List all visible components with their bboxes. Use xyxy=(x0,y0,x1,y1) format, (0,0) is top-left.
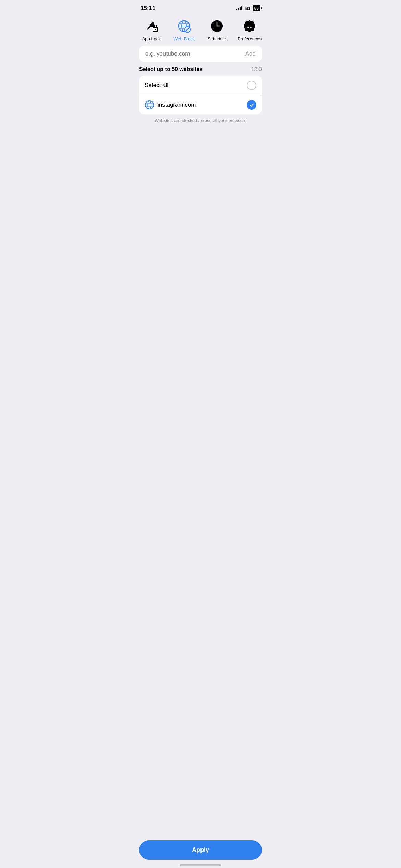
tab-preferences[interactable]: Preferences xyxy=(233,18,266,41)
status-right: 5G 88 xyxy=(236,5,260,11)
tab-app-lock[interactable]: App Lock xyxy=(135,18,168,41)
signal-bars-icon xyxy=(236,6,242,10)
nav-tabs: App Lock Web Block xyxy=(134,14,267,46)
preferences-icon xyxy=(241,18,258,34)
instagram-left: instagram.com xyxy=(145,100,196,110)
app-lock-icon xyxy=(143,18,160,34)
counter-value: 1/50 xyxy=(251,66,262,72)
instagram-checkbox[interactable] xyxy=(247,100,256,110)
select-all-item[interactable]: Select all xyxy=(139,76,262,95)
web-block-icon xyxy=(176,18,192,34)
status-time: 15:11 xyxy=(141,5,155,12)
instagram-label: instagram.com xyxy=(158,101,196,108)
helper-text: Websites are blocked across all your bro… xyxy=(134,114,267,123)
schedule-icon xyxy=(209,18,225,34)
counter-row: Select up to 50 websites 1/50 xyxy=(134,66,267,76)
globe-icon xyxy=(145,100,154,110)
select-all-label: Select all xyxy=(145,82,168,89)
add-button[interactable]: Add xyxy=(245,50,256,57)
tab-web-block[interactable]: Web Block xyxy=(168,18,201,41)
svg-point-1 xyxy=(155,29,156,30)
tab-preferences-label: Preferences xyxy=(238,36,262,41)
search-section: Add xyxy=(134,46,267,66)
website-search-input[interactable] xyxy=(145,50,245,57)
select-all-left: Select all xyxy=(145,82,168,89)
network-indicator: 5G xyxy=(244,6,250,11)
checkmark-icon xyxy=(249,102,254,108)
select-all-radio[interactable] xyxy=(247,81,256,90)
tab-web-block-label: Web Block xyxy=(173,36,195,41)
counter-description: Select up to 50 websites xyxy=(139,66,203,72)
tab-schedule-label: Schedule xyxy=(208,36,226,41)
instagram-item[interactable]: instagram.com xyxy=(139,95,262,114)
website-list: Select all instagram.com xyxy=(139,76,262,114)
search-input-wrap: Add xyxy=(139,46,262,62)
tab-schedule[interactable]: Schedule xyxy=(200,18,233,41)
status-bar: 15:11 5G 88 xyxy=(134,0,267,14)
tab-app-lock-label: App Lock xyxy=(142,36,161,41)
battery-indicator: 88 xyxy=(253,5,260,11)
